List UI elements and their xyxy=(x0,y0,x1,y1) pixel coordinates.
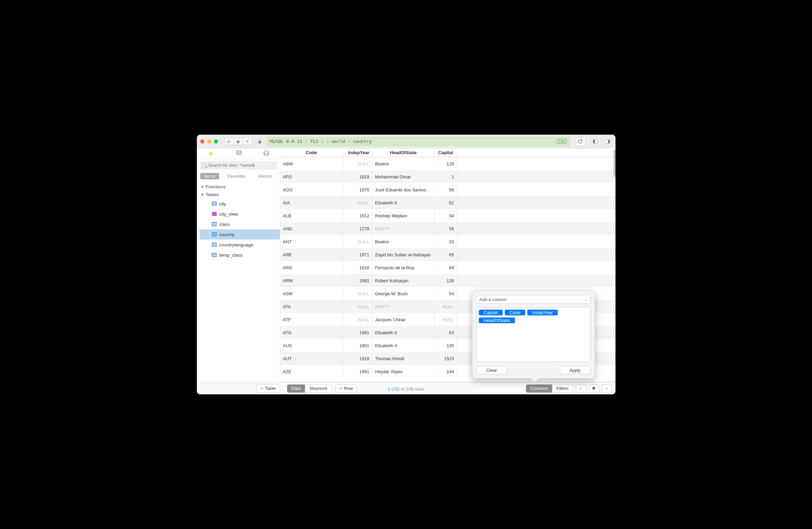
plug-tab[interactable]: ⚡ xyxy=(202,149,220,158)
table-row[interactable]: AGO1975José Eduardo dos Santos56 xyxy=(280,183,615,196)
cell[interactable]: 1912 xyxy=(343,209,373,222)
cell[interactable]: 65 xyxy=(435,248,457,261)
table-row[interactable]: ALB1912Rexhep Mejdani34 xyxy=(280,209,615,222)
sidebar-item-city_view[interactable]: city_view xyxy=(200,209,280,219)
cell[interactable]: José Eduardo dos Santos xyxy=(373,183,435,196)
col-header-capital[interactable]: Capital xyxy=(435,148,457,157)
cell[interactable]: Jacques Chirac xyxy=(373,313,435,326)
cell[interactable]: ASM xyxy=(280,287,343,300)
cell[interactable]: Elisabeth II xyxy=(373,326,435,339)
table-row[interactable]: AIANULLElisabeth II62 xyxy=(280,196,615,209)
cell[interactable]: AND xyxy=(280,222,343,235)
cell[interactable]: Fernando de la Rúa xyxy=(373,261,435,274)
filter-history[interactable]: History xyxy=(254,173,276,179)
apply-button[interactable]: Apply xyxy=(560,366,591,374)
table-row[interactable]: ABWNULLBeatrix129 xyxy=(280,157,615,170)
cell[interactable]: 1991 xyxy=(343,365,373,378)
cell[interactable]: Thomas Klestil xyxy=(373,352,435,365)
layout-panel-button[interactable] xyxy=(603,138,612,145)
cell[interactable]: 1 xyxy=(435,170,457,183)
refresh-button[interactable] xyxy=(575,137,585,146)
data-tab[interactable]: Data xyxy=(287,384,305,393)
cell[interactable]: 33 xyxy=(435,235,457,248)
cell[interactable]: Mohammad Omar xyxy=(373,170,435,183)
filter-favorites[interactable]: Favorites xyxy=(223,173,249,179)
layout-sidebar-button[interactable] xyxy=(591,138,600,145)
cell[interactable]: ATA xyxy=(280,300,343,313)
scrollbar-thumb[interactable] xyxy=(613,150,615,177)
cell[interactable]: AFG xyxy=(280,170,343,183)
cell[interactable]: 1901 xyxy=(343,339,373,352)
sidebar-item-temp_class[interactable]: temp_class xyxy=(200,250,280,260)
table-row[interactable]: ARM1991Robert Kotšarjan126 xyxy=(280,274,615,287)
settings-button[interactable]: ✱ xyxy=(589,384,599,393)
search-input[interactable] xyxy=(200,161,277,169)
cell[interactable]: 126 xyxy=(435,274,457,287)
tree-section-tables[interactable]: ▼ Tables xyxy=(200,191,280,199)
filters-button[interactable]: Filters xyxy=(552,384,573,393)
cell[interactable]: AUS xyxy=(280,339,343,352)
cell[interactable]: EMPTY xyxy=(373,300,435,313)
cell[interactable]: ALB xyxy=(280,209,343,222)
add-table-button[interactable]: + Table xyxy=(256,384,280,393)
tree-section-functions[interactable]: ▼ Functions xyxy=(200,183,280,191)
column-tag[interactable]: Code xyxy=(505,310,525,315)
cell[interactable]: 54 xyxy=(435,287,457,300)
cell[interactable]: ARM xyxy=(280,274,343,287)
cell[interactable]: 1975 xyxy=(343,183,373,196)
cell[interactable]: ANT xyxy=(280,235,343,248)
cell[interactable]: AIA xyxy=(280,196,343,209)
cell[interactable]: 144 xyxy=(435,365,457,378)
view-button[interactable]: ◉ xyxy=(233,138,243,145)
clear-button[interactable]: Clear xyxy=(476,366,507,374)
add-column-select[interactable]: Add a column ⌄ xyxy=(476,295,591,304)
cell[interactable]: 1918 xyxy=(343,352,373,365)
cell[interactable]: 1991 xyxy=(343,274,373,287)
cell[interactable]: NULL xyxy=(435,313,457,326)
cell[interactable]: Beatrix xyxy=(373,157,435,170)
cell[interactable]: 34 xyxy=(435,209,457,222)
cell[interactable]: NULL xyxy=(343,157,373,170)
table-row[interactable]: AFG1919Mohammad Omar1 xyxy=(280,170,615,183)
cell[interactable]: 129 xyxy=(435,157,457,170)
cell[interactable]: 1981 xyxy=(343,326,373,339)
cell[interactable]: George W. Bush xyxy=(373,287,435,300)
list-button[interactable]: ≡ xyxy=(243,138,252,145)
cell[interactable]: 56 xyxy=(435,183,457,196)
structure-tab[interactable]: Structure xyxy=(305,384,332,393)
cell[interactable]: ATF xyxy=(280,313,343,326)
table-row[interactable]: ANTNULLBeatrix33 xyxy=(280,235,615,248)
sql-tab[interactable]: SQL xyxy=(257,149,275,158)
database-tab[interactable] xyxy=(230,149,248,158)
cell[interactable]: EMPTY xyxy=(373,222,435,235)
cell[interactable]: 135 xyxy=(435,339,457,352)
cell[interactable]: 62 xyxy=(435,196,457,209)
minimize-window-button[interactable] xyxy=(207,139,211,144)
cell[interactable]: NULL xyxy=(343,313,373,326)
cell[interactable]: NULL xyxy=(343,235,373,248)
filter-items[interactable]: Items xyxy=(200,173,219,179)
cell[interactable]: Zayid bin Sultan al-Nahayan xyxy=(373,248,435,261)
sidebar-item-city[interactable]: city xyxy=(200,199,280,209)
sidebar-item-countrylanguage[interactable]: countrylanguage xyxy=(200,240,280,250)
cell[interactable]: Robert Kotšarjan xyxy=(373,274,435,287)
column-tag[interactable]: Capital xyxy=(479,310,503,315)
cell[interactable]: ATG xyxy=(280,326,343,339)
cell[interactable]: NULL xyxy=(435,300,457,313)
cell[interactable]: ABW xyxy=(280,157,343,170)
cell[interactable]: NULL xyxy=(343,196,373,209)
cell[interactable]: 55 xyxy=(435,222,457,235)
cell[interactable]: 1278 xyxy=(343,222,373,235)
table-row[interactable]: AND1278EMPTY55 xyxy=(280,222,615,235)
cell[interactable]: AZE xyxy=(280,365,343,378)
col-header-indepyear[interactable]: IndepYear xyxy=(343,148,373,157)
cell[interactable]: Rexhep Mejdani xyxy=(373,209,435,222)
column-tag[interactable]: HeadOfState xyxy=(479,317,515,323)
cell[interactable]: NULL xyxy=(343,300,373,313)
table-row[interactable]: ARG1816Fernando de la Rúa69 xyxy=(280,261,615,274)
col-header-code[interactable]: Code xyxy=(280,148,343,157)
cell[interactable]: ARG xyxy=(280,261,343,274)
connection-bar[interactable]: MySQL 8.0.11 : TLS : : world : country l… xyxy=(267,137,570,146)
cell[interactable]: NULL xyxy=(343,287,373,300)
prev-page-button[interactable]: ‹ xyxy=(576,384,586,393)
